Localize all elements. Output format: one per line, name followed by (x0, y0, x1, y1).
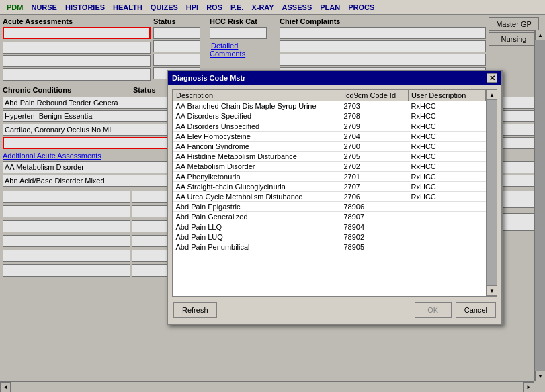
cell-code: 2706 (341, 192, 409, 202)
modal-title: Diagnosis Code Mstr (172, 74, 245, 82)
table-row[interactable]: Abd Pain Generalized 78907 (173, 212, 497, 222)
table-row[interactable]: AA Straight-chain Glucoglycinuria 2707 R… (173, 182, 497, 192)
diagnosis-code-modal: Diagnosis Code Mstr ✕ Description Icd9cm… (167, 70, 503, 325)
cell-description: AA Branched Chain Dis Maple Syrup Urine (173, 101, 341, 111)
cell-user-desc: RxHCC (409, 121, 486, 132)
nav-xray[interactable]: X-RAY (247, 3, 278, 12)
table-row[interactable]: AA Disorders Unspecified 2709 RxHCC (173, 121, 497, 132)
cell-description: AA Fanconi Syndrome (173, 142, 341, 152)
cell-description: Abd Pain Generalized (173, 212, 341, 222)
modal-titlebar: Diagnosis Code Mstr ✕ (168, 71, 501, 85)
cell-user-desc: RxHCC (409, 152, 486, 162)
nav-quizes[interactable]: QUIZES (146, 3, 182, 12)
table-header-row: Description Icd9cm Code Id User Descript… (173, 90, 497, 101)
table-row[interactable]: Abd Pain LUQ 78902 (173, 232, 497, 242)
cell-code: 78907 (341, 212, 409, 222)
cell-code: 2700 (341, 142, 409, 152)
cell-user-desc: RxHCC (409, 101, 486, 111)
table-row[interactable]: Abd Pain LLQ 78904 (173, 222, 497, 232)
table-row[interactable]: AA Elev Homocysteine 2704 RxHCC (173, 132, 497, 142)
scroll-up-arrow[interactable]: ▲ (487, 89, 497, 100)
cell-description: Abd Pain Periumbilical (173, 242, 341, 252)
cell-user-desc (409, 242, 486, 252)
cell-user-desc: RxHCC (409, 182, 486, 192)
nav-health[interactable]: HEALTH (109, 3, 146, 12)
cell-user-desc (409, 232, 486, 242)
diagnosis-table-container: Description Icd9cm Code Id User Descript… (172, 89, 497, 297)
cell-user-desc: RxHCC (409, 172, 486, 182)
cell-code: 78906 (341, 202, 409, 212)
cell-code: 2707 (341, 182, 409, 192)
scroll-down-arrow[interactable]: ▼ (487, 285, 497, 296)
nav-nurse[interactable]: NURSE (27, 3, 61, 12)
cell-description: AA Disorders Unspecified (173, 121, 341, 132)
cell-description: AA Disorders Specified (173, 111, 341, 121)
table-row[interactable]: AA Disorders Specified 2708 RxHCC (173, 111, 497, 121)
cell-description: AA Urea Cycle Metabolism Distubance (173, 192, 341, 202)
col-icd9cm: Icd9cm Code Id (341, 90, 409, 101)
cell-code: 2701 (341, 172, 409, 182)
cell-description: AA Phenylketonuria (173, 172, 341, 182)
main-area: Acute Assessments Status HCC Risk Cat De… (0, 15, 545, 392)
col-user-desc: User Description (409, 90, 486, 101)
ok-button[interactable]: OK (415, 302, 452, 318)
cell-code: 78905 (341, 242, 409, 252)
modal-content: Description Icd9cm Code Id User Descript… (168, 85, 501, 324)
cell-user-desc: RxHCC (409, 132, 486, 142)
nav-plan[interactable]: PLAN (316, 3, 344, 12)
nav-assess[interactable]: ASSESS (278, 3, 317, 12)
nav-procs[interactable]: PROCS (344, 3, 378, 12)
cell-code: 2705 (341, 152, 409, 162)
nav-pe[interactable]: P.E. (226, 3, 247, 12)
cell-code: 78902 (341, 232, 409, 242)
cell-user-desc: RxHCC (409, 142, 486, 152)
cell-code: 2704 (341, 132, 409, 142)
table-row[interactable]: Abd Pain Epigastric 78906 (173, 202, 497, 212)
nav-ros[interactable]: ROS (202, 3, 226, 12)
cancel-button[interactable]: Cancel (456, 302, 496, 318)
modal-buttons: Refresh OK Cancel (172, 301, 497, 320)
col-description: Description (173, 90, 341, 101)
cell-code: 78904 (341, 222, 409, 232)
cell-user-desc: RxHCC (409, 162, 486, 172)
table-row[interactable]: AA Histidine Metabolism Disturbance 2705… (173, 152, 497, 162)
cell-description: AA Metabolism Disorder (173, 162, 341, 172)
table-row[interactable]: AA Fanconi Syndrome 2700 RxHCC (173, 142, 497, 152)
table-row[interactable]: AA Metabolism Disorder 2702 RxHCC (173, 162, 497, 172)
cell-user-desc: RxHCC (409, 192, 486, 202)
nav-pdm[interactable]: PDM (3, 3, 27, 12)
cell-description: Abd Pain LUQ (173, 232, 341, 242)
table-row[interactable]: AA Phenylketonuria 2701 RxHCC (173, 172, 497, 182)
cell-description: Abd Pain Epigastric (173, 202, 341, 212)
diagnosis-table: Description Icd9cm Code Id User Descript… (173, 89, 497, 252)
cell-user-desc: RxHCC (409, 111, 486, 121)
cell-description: AA Histidine Metabolism Disturbance (173, 152, 341, 162)
cell-code: 2709 (341, 121, 409, 132)
cell-description: Abd Pain LLQ (173, 222, 341, 232)
scroll-track (487, 100, 497, 285)
cell-code: 2708 (341, 111, 409, 121)
cell-code: 2702 (341, 162, 409, 172)
table-row[interactable]: AA Branched Chain Dis Maple Syrup Urine … (173, 101, 497, 111)
nav-hpi[interactable]: HPI (182, 3, 202, 12)
cell-user-desc (409, 202, 486, 212)
table-row[interactable]: Abd Pain Periumbilical 78905 (173, 242, 497, 252)
cell-user-desc (409, 222, 486, 232)
cell-description: AA Elev Homocysteine (173, 132, 341, 142)
cell-user-desc (409, 212, 486, 222)
nav-histories[interactable]: HISTORIES (61, 3, 109, 12)
top-navigation: PDM NURSE HISTORIES HEALTH QUIZES HPI RO… (0, 0, 545, 15)
table-scrollbar[interactable]: ▲ ▼ (486, 89, 497, 296)
refresh-button[interactable]: Refresh (173, 302, 217, 318)
cell-description: AA Straight-chain Glucoglycinuria (173, 182, 341, 192)
cell-code: 2703 (341, 101, 409, 111)
modal-close-button[interactable]: ✕ (487, 73, 497, 83)
table-row[interactable]: AA Urea Cycle Metabolism Distubance 2706… (173, 192, 497, 202)
